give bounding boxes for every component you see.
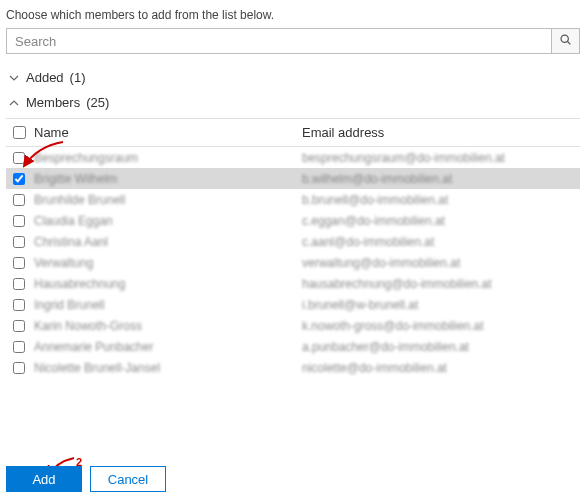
table-row[interactable]: Christina Aanlc.aanl@do-immobilien.at	[6, 231, 580, 252]
row-email: hausabrechnung@do-immobilien.at	[300, 277, 580, 291]
row-checkbox[interactable]	[13, 173, 25, 185]
row-email: i.brunell@w-brunell.at	[300, 298, 580, 312]
row-name: Claudia Eggan	[32, 214, 300, 228]
table-row[interactable]: Verwaltungverwaltung@do-immobilien.at	[6, 252, 580, 273]
svg-line-1	[568, 42, 571, 45]
row-name: Karin Nowoth-Gross	[32, 319, 300, 333]
row-email: verwaltung@do-immobilien.at	[300, 256, 580, 270]
row-checkbox[interactable]	[13, 320, 25, 332]
row-checkbox[interactable]	[13, 236, 25, 248]
row-email: c.aanl@do-immobilien.at	[300, 235, 580, 249]
row-checkbox[interactable]	[13, 215, 25, 227]
cancel-button[interactable]: Cancel	[90, 466, 166, 492]
search-icon	[559, 33, 572, 49]
section-members-header[interactable]: Members (25)	[0, 93, 586, 118]
members-table[interactable]: Name Email address Besprechungsraumbespr…	[6, 118, 580, 376]
table-row[interactable]: Brigitte Wilhelmb.wilhelm@do-immobilien.…	[6, 168, 580, 189]
dialog-footer: Add Cancel	[0, 458, 586, 500]
table-header: Name Email address	[6, 119, 580, 147]
row-name: Ingrid Brunell	[32, 298, 300, 312]
row-checkbox[interactable]	[13, 362, 25, 374]
table-row[interactable]: Besprechungsraumbesprechungsraum@do-immo…	[6, 147, 580, 168]
row-checkbox[interactable]	[13, 341, 25, 353]
table-row[interactable]: Ingrid Brunelli.brunell@w-brunell.at	[6, 294, 580, 315]
row-checkbox[interactable]	[13, 257, 25, 269]
row-email: k.nowoth-gross@do-immobilien.at	[300, 319, 580, 333]
row-name: Annemarie Punbacher	[32, 340, 300, 354]
row-name: Verwaltung	[32, 256, 300, 270]
svg-point-0	[561, 35, 568, 42]
row-email: b.wilhelm@do-immobilien.at	[300, 172, 580, 186]
table-row[interactable]: Brunhilde Brunellb.brunell@do-immobilien…	[6, 189, 580, 210]
row-name: Besprechungsraum	[32, 151, 300, 165]
row-checkbox[interactable]	[13, 278, 25, 290]
column-email[interactable]: Email address	[300, 125, 580, 140]
table-row[interactable]: Annemarie Punbachera.punbacher@do-immobi…	[6, 336, 580, 357]
table-row[interactable]: Claudia Egganc.eggan@do-immobilien.at	[6, 210, 580, 231]
row-name: Brunhilde Brunell	[32, 193, 300, 207]
search-row	[0, 28, 586, 62]
row-email: c.eggan@do-immobilien.at	[300, 214, 580, 228]
search-button[interactable]	[552, 28, 580, 54]
table-row[interactable]: Karin Nowoth-Grossk.nowoth-gross@do-immo…	[6, 315, 580, 336]
select-all-checkbox[interactable]	[13, 126, 26, 139]
add-button[interactable]: Add	[6, 466, 82, 492]
row-email: a.punbacher@do-immobilien.at	[300, 340, 580, 354]
row-name: Christina Aanl	[32, 235, 300, 249]
chevron-up-icon	[8, 97, 20, 109]
table-row[interactable]: Nicolette Brunell-Janselnicolette@do-imm…	[6, 357, 580, 376]
row-checkbox[interactable]	[13, 194, 25, 206]
row-checkbox[interactable]	[13, 152, 25, 164]
row-checkbox[interactable]	[13, 299, 25, 311]
column-name[interactable]: Name	[32, 125, 300, 140]
instruction-text: Choose which members to add from the lis…	[0, 0, 586, 28]
section-members-count: (25)	[86, 95, 109, 110]
row-email: besprechungsraum@do-immobilien.at	[300, 151, 580, 165]
row-name: Hausabrechnung	[32, 277, 300, 291]
section-added-count: (1)	[70, 70, 86, 85]
row-email: nicolette@do-immobilien.at	[300, 361, 580, 375]
table-row[interactable]: Hausabrechnunghausabrechnung@do-immobili…	[6, 273, 580, 294]
search-input[interactable]	[6, 28, 552, 54]
row-name: Nicolette Brunell-Jansel	[32, 361, 300, 375]
row-name: Brigitte Wilhelm	[32, 172, 300, 186]
row-email: b.brunell@do-immobilien.at	[300, 193, 580, 207]
chevron-down-icon	[8, 72, 20, 84]
section-members-label: Members	[26, 95, 80, 110]
section-added-label: Added	[26, 70, 64, 85]
section-added-header[interactable]: Added (1)	[0, 62, 586, 93]
